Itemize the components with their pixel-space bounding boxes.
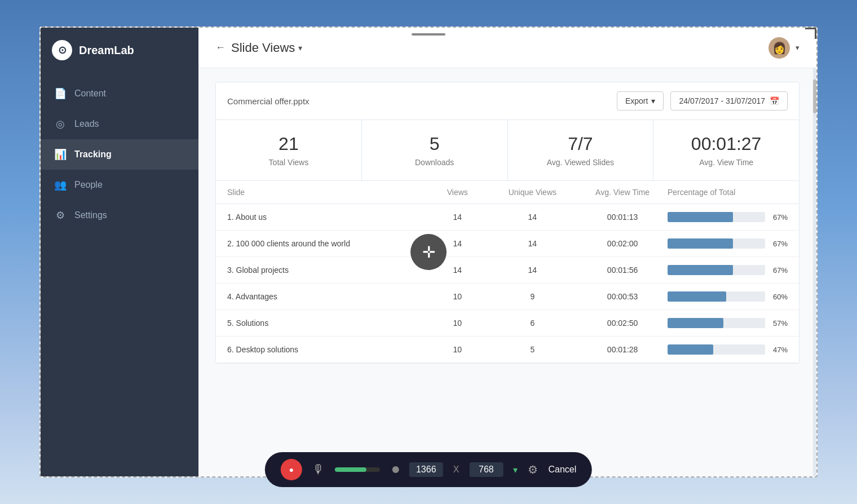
table-row: 6. Desktop solutions 10 5 00:01:28 47% xyxy=(216,337,799,363)
record-button[interactable]: ● xyxy=(281,459,302,480)
dimension-dropdown-icon[interactable]: ▾ xyxy=(513,465,518,475)
scrollbar[interactable] xyxy=(813,68,816,478)
leads-icon: ◎ xyxy=(54,118,67,130)
cell-pct: 67% xyxy=(668,238,788,249)
level-dot xyxy=(392,466,399,473)
header-left: ← Slide Views ▾ xyxy=(215,41,302,55)
app-name: DreamLab xyxy=(79,44,134,57)
sidebar: ⊙ DreamLab 📄 Content ◎ Leads 📊 Tracking … xyxy=(41,28,198,476)
scrollbar-thumb[interactable] xyxy=(813,79,816,113)
cell-pct: 60% xyxy=(668,291,788,302)
cell-views: 10 xyxy=(427,345,488,354)
table-body: 1. About us 14 14 00:01:13 67% 2. 100 00… xyxy=(216,204,799,363)
cell-views: 14 xyxy=(427,266,488,275)
table-header: Slide Views Unique Views Avg. View Time … xyxy=(216,181,799,204)
bottom-toolbar: ● 🎙 1366 X 768 ▾ ⚙ Cancel xyxy=(265,452,592,487)
cell-time: 00:01:28 xyxy=(577,345,668,354)
table-row: 2. 100 000 clients around the world 14 1… xyxy=(216,231,799,257)
width-input[interactable]: 1366 xyxy=(409,462,443,477)
stat-label-views: Total Views xyxy=(227,158,350,167)
cell-unique: 14 xyxy=(487,266,577,275)
page-title: Slide Views ▾ xyxy=(231,41,302,55)
height-input[interactable]: 768 xyxy=(469,462,503,477)
cell-unique: 5 xyxy=(487,345,577,354)
stat-avg-time: 00:01:27 Avg. View Time xyxy=(653,120,799,180)
stat-total-views: 21 Total Views xyxy=(216,120,362,180)
audio-level-fill xyxy=(335,467,366,472)
export-dropdown-icon: ▾ xyxy=(651,96,655,105)
tracking-icon: 📊 xyxy=(54,148,67,161)
file-name: Commercial offer.pptx xyxy=(227,96,310,106)
col-time: Avg. View Time xyxy=(577,188,668,197)
cell-slide: 6. Desktop solutions xyxy=(227,345,427,354)
app-window: ⊙ DreamLab 📄 Content ◎ Leads 📊 Tracking … xyxy=(39,26,818,478)
table-row: 5. Solutions 10 6 00:02:50 57% xyxy=(216,310,799,337)
cell-views: 14 xyxy=(427,239,488,248)
back-button[interactable]: ← xyxy=(215,42,226,54)
cell-time: 00:02:00 xyxy=(577,239,668,248)
content-card: Commercial offer.pptx Export ▾ 24/07/201… xyxy=(215,82,799,364)
content-icon: 📄 xyxy=(54,87,67,100)
cell-unique: 14 xyxy=(487,239,577,248)
card-header-right: Export ▾ 24/07/2017 - 31/07/2017 📅 xyxy=(617,91,788,110)
cancel-button[interactable]: Cancel xyxy=(548,465,576,475)
cell-views: 10 xyxy=(427,319,488,328)
cell-slide: 2. 100 000 clients around the world xyxy=(227,239,427,248)
content-area: Commercial offer.pptx Export ▾ 24/07/201… xyxy=(198,68,816,476)
sidebar-item-tracking[interactable]: 📊 Tracking xyxy=(41,139,198,170)
cell-pct: 67% xyxy=(668,212,788,222)
title-dropdown-icon[interactable]: ▾ xyxy=(298,43,302,52)
logo-icon: ⊙ xyxy=(52,40,72,60)
col-unique: Unique Views xyxy=(487,188,577,197)
sidebar-label-tracking: Tracking xyxy=(74,149,112,160)
cell-pct: 57% xyxy=(668,318,788,328)
main-content: ← Slide Views ▾ 👩 ▾ Commercial offer.ppt… xyxy=(198,28,816,476)
sidebar-nav: 📄 Content ◎ Leads 📊 Tracking 👥 People ⚙ … xyxy=(41,78,198,231)
cell-unique: 6 xyxy=(487,319,577,328)
col-views: Views xyxy=(427,188,488,197)
corner-bracket-tr xyxy=(805,28,816,39)
microphone-button[interactable]: 🎙 xyxy=(312,462,325,477)
cell-slide: 1. About us xyxy=(227,213,427,222)
sidebar-label-leads: Leads xyxy=(74,119,99,129)
date-range[interactable]: 24/07/2017 - 31/07/2017 📅 xyxy=(670,91,788,110)
avatar-dropdown[interactable]: ▾ xyxy=(796,43,799,52)
header-right: 👩 ▾ xyxy=(768,37,799,59)
cell-pct: 47% xyxy=(668,344,788,355)
col-pct: Percentage of Total xyxy=(668,188,788,197)
table-container: Slide Views Unique Views Avg. View Time … xyxy=(216,181,799,363)
settings-icon: ⚙ xyxy=(54,209,67,222)
stat-value-downloads: 5 xyxy=(373,134,496,154)
dimension-separator: X xyxy=(453,465,460,475)
col-slide: Slide xyxy=(227,188,427,197)
stat-label-slides: Avg. Viewed Slides xyxy=(519,158,642,167)
window-handle xyxy=(412,33,445,36)
cell-slide: 3. Global projects xyxy=(227,266,427,275)
sidebar-item-people[interactable]: 👥 People xyxy=(41,170,198,200)
cell-unique: 9 xyxy=(487,292,577,301)
table-row: 3. Global projects 14 14 00:01:56 67% xyxy=(216,257,799,284)
card-header: Commercial offer.pptx Export ▾ 24/07/201… xyxy=(216,82,799,120)
sidebar-item-settings[interactable]: ⚙ Settings xyxy=(41,200,198,231)
cell-views: 10 xyxy=(427,292,488,301)
stat-avg-slides: 7/7 Avg. Viewed Slides xyxy=(508,120,654,180)
toolbar-settings-button[interactable]: ⚙ xyxy=(528,463,538,476)
sidebar-label-people: People xyxy=(74,180,103,190)
sidebar-logo: ⊙ DreamLab xyxy=(41,28,198,73)
header: ← Slide Views ▾ 👩 ▾ xyxy=(198,28,816,68)
cell-slide: 4. Advantages xyxy=(227,292,427,301)
avatar: 👩 xyxy=(768,37,790,59)
table-row: 4. Advantages 10 9 00:00:53 60% xyxy=(216,284,799,310)
audio-level-bar xyxy=(335,467,380,472)
cell-unique: 14 xyxy=(487,213,577,222)
sidebar-label-settings: Settings xyxy=(74,210,107,220)
cell-slide: 5. Solutions xyxy=(227,319,427,328)
people-icon: 👥 xyxy=(54,179,67,191)
sidebar-item-leads[interactable]: ◎ Leads xyxy=(41,109,198,139)
export-button[interactable]: Export ▾ xyxy=(617,91,664,110)
table-row: 1. About us 14 14 00:01:13 67% xyxy=(216,204,799,231)
sidebar-item-content[interactable]: 📄 Content xyxy=(41,78,198,109)
sidebar-label-content: Content xyxy=(74,89,106,99)
stat-value-views: 21 xyxy=(227,134,350,154)
cell-views: 14 xyxy=(427,213,488,222)
